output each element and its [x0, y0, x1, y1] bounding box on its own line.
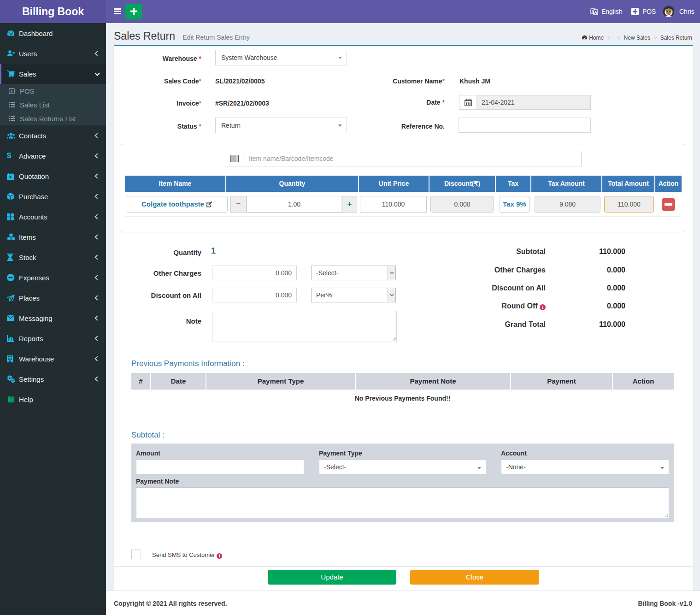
svg-text:A: A — [594, 10, 597, 15]
